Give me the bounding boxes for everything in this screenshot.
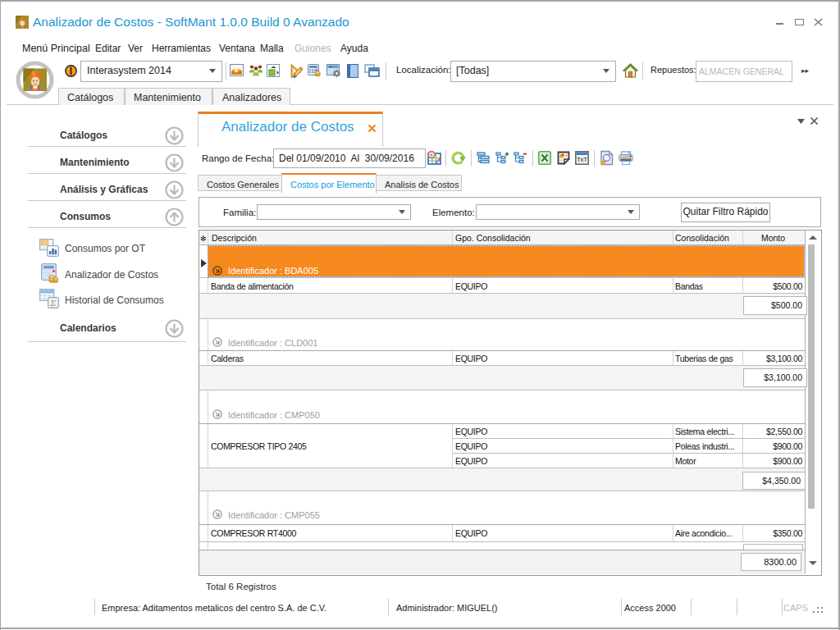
svg-text:TxT: TxT	[577, 157, 587, 162]
svg-text:Σ: Σ	[50, 298, 57, 308]
